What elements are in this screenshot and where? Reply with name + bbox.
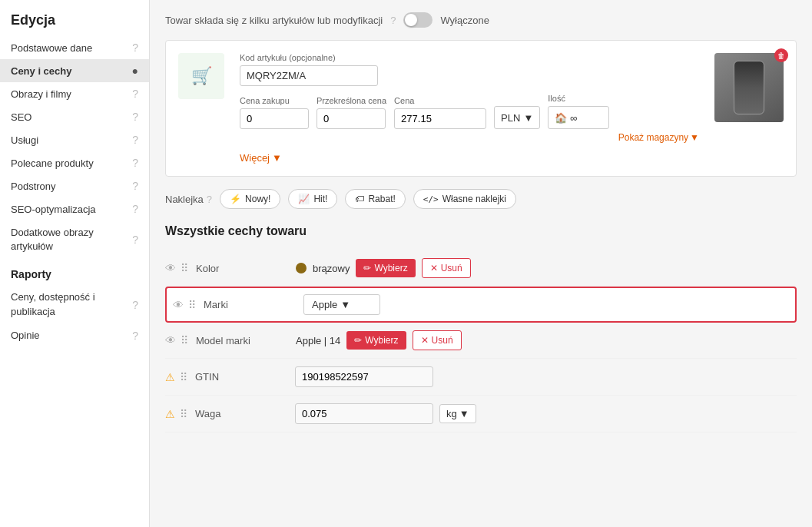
more-label: Więcej — [240, 152, 270, 164]
attr-name-model: Model marki — [196, 335, 288, 346]
more-link[interactable]: Więcej ▼ — [240, 152, 282, 164]
help-icon-podstrony[interactable]: ? — [132, 180, 138, 192]
cart-icon-container: 🛒 — [178, 53, 224, 99]
chevron-down-icon: ▼ — [690, 132, 699, 143]
usun-button-kolor[interactable]: ✕ Usuń — [422, 258, 471, 278]
apple-dropdown-value: Apple — [312, 299, 337, 310]
sidebar-item-dodatkowe[interactable]: Dodatkowe obrazy artykułów ? — [0, 220, 149, 259]
attr-value-waga: kg ▼ — [295, 403, 797, 424]
badge-hit-label: Hit! — [313, 194, 327, 204]
sidebar-item-ceny[interactable]: Ceny i cechy ● — [0, 59, 149, 82]
sidebar-item-obrazy[interactable]: Obrazy i filmy ? — [0, 82, 149, 105]
sidebar-item-label: SEO-optymalizacja — [11, 204, 96, 215]
badge-wlasne-button[interactable]: </> Własne naklejki — [413, 189, 516, 209]
color-dot-kolor — [296, 263, 307, 273]
apple-dropdown[interactable]: Apple ▼ — [303, 294, 380, 315]
buy-price-group: Cena zakupu — [240, 96, 309, 129]
sidebar-item-label: Usługi — [11, 134, 38, 146]
attr-icons-kolor: 👁 ⠿ — [165, 262, 188, 274]
x-icon: ✕ — [421, 335, 429, 346]
currency-select[interactable]: PLN ▼ — [494, 106, 540, 129]
code-icon: </> — [423, 194, 439, 204]
show-warehouse-link[interactable]: Pokaż magazyny ▼ — [618, 132, 699, 143]
crossed-price-input[interactable] — [317, 108, 386, 129]
naklejka-label: Naklejka ? — [165, 194, 212, 205]
wybierz-button-kolor[interactable]: ✏ Wybierz — [356, 259, 415, 277]
toggle-description: Towar składa się z kilku artykułów lub m… — [165, 15, 383, 26]
qty-input[interactable]: 🏠 ∞ — [548, 106, 609, 129]
attr-name-marki: Marki — [204, 299, 296, 310]
unit-select[interactable]: kg ▼ — [439, 404, 476, 423]
help-icon-seo[interactable]: ? — [132, 111, 138, 123]
help-icon-naklejka[interactable]: ? — [207, 194, 212, 205]
attr-name-waga: Waga — [195, 408, 287, 419]
usun-label: Usuń — [441, 263, 462, 273]
sidebar-item-opinie[interactable]: Opinie ? — [0, 324, 149, 347]
model-text-value: Apple | 14 — [296, 335, 340, 346]
help-icon-uslugi[interactable]: ? — [132, 134, 138, 146]
sidebar-item-uslugi[interactable]: Usługi ? — [0, 128, 149, 151]
eye-icon[interactable]: 👁 — [173, 299, 184, 311]
grid-icon: ⠿ — [180, 408, 187, 420]
sidebar-title: Edycja — [0, 0, 149, 36]
help-icon-seo-opt[interactable]: ? — [132, 203, 138, 215]
attr-value-model: Apple | 14 ✏ Wybierz ✕ Usuń — [296, 330, 797, 350]
product-bundle-toggle[interactable] — [403, 12, 433, 28]
sidebar-item-raporty-ceny[interactable]: Ceny, dostępność i publikacja ? — [0, 285, 149, 323]
help-icon-raporty-ceny[interactable]: ? — [132, 299, 138, 311]
badge-nowy-label: Nowy! — [245, 194, 270, 204]
attr-icons-gtin: ⚠ ⠿ — [165, 371, 187, 383]
badge-hit-button[interactable]: 📈 Hit! — [288, 189, 337, 209]
buy-price-label: Cena zakupu — [240, 96, 309, 105]
sidebar-item-label: SEO — [11, 111, 31, 123]
delete-image-button[interactable]: 🗑 — [774, 48, 788, 62]
attr-name-gtin: GTIN — [195, 371, 287, 383]
price-row: Cena zakupu Przekreślona cena Cena — [240, 94, 699, 129]
grid-icon: ⠿ — [181, 334, 188, 346]
help-icon-opinie[interactable]: ? — [132, 330, 138, 342]
usun-button-model[interactable]: ✕ Usuń — [413, 330, 462, 350]
sidebar-item-label: Podstawowe dane — [11, 42, 92, 54]
buy-price-input[interactable] — [240, 108, 309, 129]
help-icon-podstawowe[interactable]: ? — [132, 41, 138, 54]
sidebar-item-polecane[interactable]: Polecane produkty ? — [0, 151, 149, 174]
chevron-down-icon: ▼ — [523, 112, 533, 124]
trash-icon: 🗑 — [777, 51, 785, 60]
sidebar-item-seo-opt[interactable]: SEO-optymalizacja ? — [0, 197, 149, 220]
product-image-area: 🗑 — [714, 53, 784, 122]
home-icon: 🏠 — [555, 112, 567, 124]
badge-rabat-label: Rabat! — [368, 194, 395, 204]
eye-icon[interactable]: 👁 — [165, 334, 176, 346]
currency-group: PLN ▼ — [494, 94, 540, 129]
sidebar-item-podstawowe[interactable]: Podstawowe dane ? — [0, 36, 149, 59]
attr-icons-marki: 👁 ⠿ — [173, 299, 196, 311]
help-icon-dodatkowe[interactable]: ? — [132, 234, 138, 246]
badge-nowy-button[interactable]: ⚡ Nowy! — [220, 189, 280, 209]
sidebar-item-podstrony[interactable]: Podstrony ? — [0, 174, 149, 197]
attr-name-kolor: Kolor — [196, 263, 288, 274]
gtin-input[interactable] — [295, 366, 433, 387]
chevron-down-icon: ▼ — [459, 408, 469, 419]
sidebar-item-label: Ceny i cechy — [11, 65, 72, 77]
attr-value-kolor: brązowy ✏ Wybierz ✕ Usuń — [296, 258, 797, 278]
waga-input[interactable] — [295, 403, 433, 424]
qty-value: ∞ — [570, 112, 577, 124]
badge-rabat-button[interactable]: 🏷 Rabat! — [345, 189, 405, 209]
unit-value: kg — [446, 408, 457, 419]
article-code-input[interactable] — [240, 65, 378, 86]
lightning-icon: ⚡ — [230, 194, 241, 204]
help-icon-obrazy[interactable]: ? — [132, 88, 138, 100]
help-icon-polecane[interactable]: ? — [132, 157, 138, 169]
price-input[interactable] — [394, 108, 486, 129]
warning-icon-gtin: ⚠ — [165, 371, 175, 383]
product-image — [734, 61, 764, 114]
help-icon-toggle[interactable]: ? — [390, 15, 396, 26]
help-icon-ceny[interactable]: ● — [132, 65, 138, 77]
attr-value-marki: Apple ▼ — [303, 294, 789, 315]
grid-icon: ⠿ — [188, 299, 196, 311]
wybierz-button-model[interactable]: ✏ Wybierz — [346, 331, 406, 350]
eye-icon[interactable]: 👁 — [165, 262, 176, 274]
sidebar-item-seo[interactable]: SEO ? — [0, 105, 149, 128]
currency-label — [494, 94, 540, 103]
product-card-inner: 🛒 Kod artykułu (opcjonalne) Cena zakupu … — [178, 53, 784, 164]
